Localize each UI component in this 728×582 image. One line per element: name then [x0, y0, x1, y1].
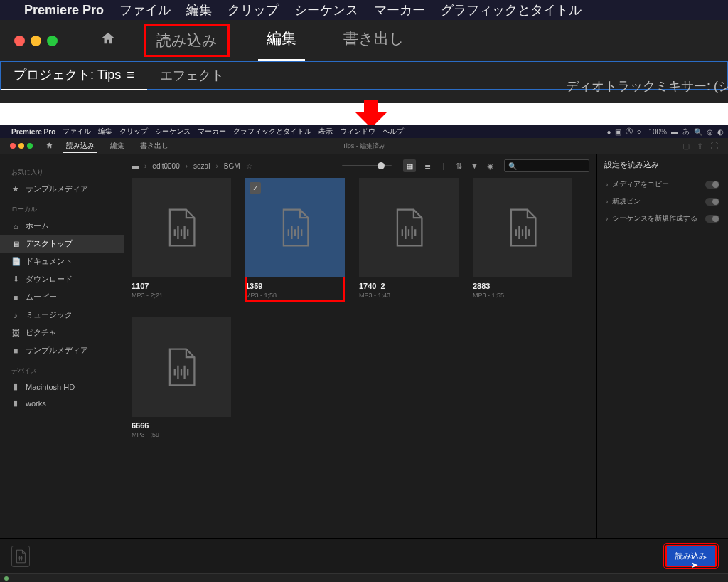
menu-app[interactable]: Premiere Pro — [11, 128, 55, 136]
menu-clip[interactable]: クリップ — [119, 127, 148, 137]
media-name: 1359 — [245, 282, 345, 290]
settings-toggle[interactable] — [705, 181, 719, 189]
menu-file[interactable]: ファイル — [119, 1, 171, 18]
control-center-icon[interactable]: ◎ — [707, 128, 713, 136]
menu-graphics[interactable]: グラフィックとタイトル — [233, 127, 311, 137]
tab-import[interactable]: 読み込み — [63, 139, 97, 153]
home-button[interactable] — [100, 31, 116, 51]
tab-export[interactable]: 書き出し — [333, 24, 414, 57]
sidebar-item[interactable]: ▮works — [0, 395, 124, 411]
menu-clip[interactable]: クリップ — [228, 1, 279, 18]
menubar-app[interactable]: Premiere Pro — [24, 3, 104, 18]
fullscreen-icon[interactable]: ⛶ — [710, 142, 718, 151]
sidebar-item[interactable]: ▮Macintosh HD — [0, 379, 124, 395]
sidebar-item-label: サンプルメディア — [26, 345, 88, 356]
settings-row[interactable]: ›メディアをコピー — [604, 176, 721, 193]
sidebar-item-icon: ▮ — [11, 382, 20, 391]
panel-effects[interactable]: エフェクト — [147, 61, 237, 90]
tab-edit[interactable]: 編集 — [257, 24, 306, 57]
eye-icon[interactable]: ◉ — [487, 162, 494, 171]
tab-export[interactable]: 書き出し — [137, 139, 171, 152]
media-thumbnail[interactable]: ✓ — [245, 178, 345, 277]
tab-import[interactable]: 読み込み — [144, 24, 230, 57]
crumb-2[interactable]: sozai — [193, 162, 210, 170]
menu-sequence[interactable]: シーケンス — [155, 127, 191, 137]
menu-help[interactable]: ヘルプ — [382, 127, 404, 137]
window-traffic-lights[interactable] — [14, 36, 58, 46]
menu-file[interactable]: ファイル — [63, 127, 91, 137]
settings-row[interactable]: ›シーケンスを新規作成する — [604, 210, 721, 227]
status-bar — [0, 573, 728, 582]
share-icon[interactable]: ⇪ — [697, 142, 703, 151]
menu-edit[interactable]: 編集 — [98, 127, 112, 137]
media-meta: MP3 - 1;43 — [359, 292, 459, 299]
import-button[interactable]: 読み込み ➤ — [665, 545, 717, 567]
search-icon[interactable]: 🔍 — [694, 128, 702, 136]
media-card[interactable]: 1107MP3 - 2;21 — [132, 178, 231, 302]
media-thumbnail[interactable] — [359, 178, 459, 277]
menu-view[interactable]: 表示 — [318, 127, 333, 137]
media-card[interactable]: 2883MP3 - 1;55 — [473, 178, 572, 302]
filter-icon[interactable]: ▼ — [471, 162, 478, 170]
media-name: 1107 — [132, 282, 231, 290]
selected-media-chip[interactable] — [11, 546, 30, 567]
search-icon: 🔍 — [508, 162, 517, 170]
favorite-star-icon[interactable]: ☆ — [246, 162, 252, 170]
home-button[interactable] — [46, 142, 53, 151]
menu-marker[interactable]: マーカー — [374, 1, 425, 18]
sort-icon[interactable]: ⇅ — [456, 162, 462, 171]
menu-sequence[interactable]: シーケンス — [294, 1, 358, 18]
menu-marker[interactable]: マーカー — [198, 127, 226, 137]
menu-edit[interactable]: 編集 — [186, 1, 212, 18]
media-meta: MP3 - ;59 — [132, 431, 231, 438]
sidebar-item[interactable]: 🖥デスクトップ — [0, 235, 124, 253]
media-card[interactable]: ✓1359MP3 - 1;58 — [245, 178, 345, 302]
search-input[interactable]: 🔍 — [504, 159, 589, 172]
media-thumbnail[interactable] — [132, 178, 231, 277]
cursor-icon: ➤ — [691, 560, 698, 570]
sidebar-item-icon: ■ — [11, 346, 20, 355]
crumb-1[interactable]: edit0000 — [152, 162, 179, 170]
sidebar-item[interactable]: ⌂ホーム — [0, 217, 124, 235]
settings-toggle[interactable] — [705, 198, 719, 206]
sidebar-item[interactable]: 📄ドキュメント — [0, 253, 124, 270]
media-meta: MP3 - 1;55 — [473, 292, 572, 299]
menu-window[interactable]: ウィンドウ — [340, 127, 375, 137]
wifi-icon: ᯤ — [637, 128, 644, 136]
checkbox-icon[interactable]: ✓ — [250, 182, 261, 194]
sidebar-item-label: ドキュメント — [26, 256, 73, 267]
tab-edit[interactable]: 編集 — [107, 139, 127, 152]
list-view-icon[interactable]: ≣ — [422, 159, 434, 172]
sidebar-item-icon: ⬇ — [11, 275, 20, 284]
media-thumbnail[interactable] — [473, 178, 572, 277]
cc-icon: ▣ — [615, 128, 621, 136]
status-indicator-icon — [4, 576, 9, 581]
media-card[interactable]: 1740_2MP3 - 1;43 — [359, 178, 459, 302]
sidebar-item[interactable]: ★サンプルメディア — [0, 180, 124, 198]
window-icon[interactable]: ▢ — [682, 142, 690, 151]
media-card[interactable]: 6666MP3 - ;59 — [132, 317, 231, 438]
panel-project[interactable]: プロジェクト: Tips≡ — [1, 60, 147, 90]
menu-graphics[interactable]: グラフィックとタイトル — [441, 1, 582, 18]
sidebar-item[interactable]: ♪ミュージック — [0, 306, 124, 324]
thumbnail-size-slider[interactable] — [342, 165, 392, 166]
settings-toggle[interactable] — [705, 215, 719, 223]
panel-menu-icon[interactable]: ≡ — [127, 68, 134, 83]
settings-head: 設定を読み込み — [604, 159, 721, 170]
grid-view-icon[interactable]: ▦ — [403, 159, 416, 172]
settings-row[interactable]: ›新規ビン — [604, 193, 721, 210]
sidebar-item[interactable]: ■ムービー — [0, 288, 124, 306]
media-thumbnail[interactable] — [132, 317, 231, 417]
siri-icon[interactable]: ◐ — [717, 128, 724, 136]
sidebar-item-icon: ■ — [11, 293, 20, 302]
sidebar-item-label: ムービー — [26, 292, 57, 302]
crumb-3[interactable]: BGM — [224, 162, 240, 170]
sidebar-item[interactable]: ■サンプルメディア — [0, 342, 124, 359]
sidebar-item-label: Macintosh HD — [26, 383, 75, 391]
sidebar-item[interactable]: ⬇ダウンロード — [0, 270, 124, 288]
sidebar-item-label: ピクチャ — [26, 327, 57, 338]
media-name: 6666 — [132, 421, 231, 430]
sidebar-item[interactable]: 🖼ピクチャ — [0, 324, 124, 342]
sidebar-head-favorites: お気に入り — [0, 165, 124, 180]
window-traffic-lights[interactable] — [10, 142, 36, 150]
